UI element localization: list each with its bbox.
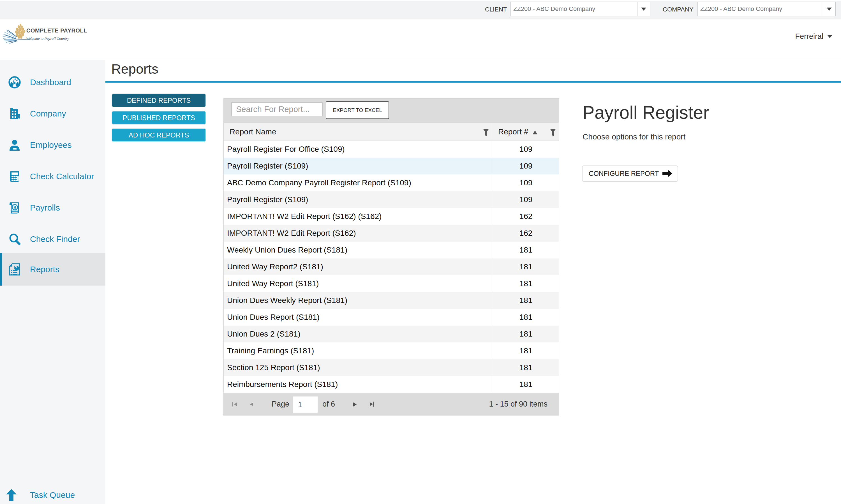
svg-text:COMPLETE PAYROLL: COMPLETE PAYROLL bbox=[27, 28, 87, 34]
svg-text:Welcome to Payroll Country: Welcome to Payroll Country bbox=[26, 36, 69, 41]
svg-text:$: $ bbox=[14, 205, 16, 210]
